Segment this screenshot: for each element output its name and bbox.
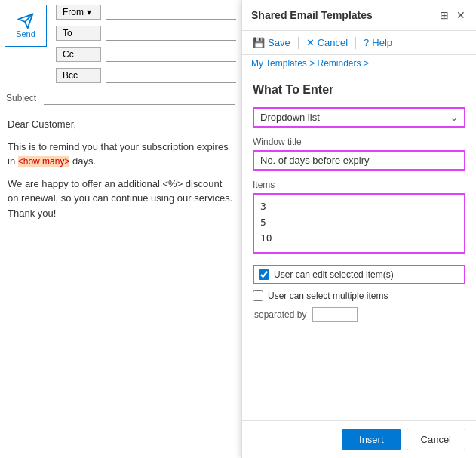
cancel-toolbar-button[interactable]: ✕ Cancel xyxy=(303,35,351,50)
email-header-section: Send From ▾ To Cc xyxy=(0,0,241,88)
body-greeting-text: Dear Customer, xyxy=(8,118,76,130)
email-fields: From ▾ To Cc Bcc xyxy=(51,0,241,88)
panel-toolbar: 💾 Save ✕ Cancel ? Help xyxy=(242,31,476,55)
checkbox1-row: User can edit selected item(s) xyxy=(253,265,465,284)
pin-icon: ⊞ xyxy=(440,9,449,21)
to-input[interactable] xyxy=(106,26,236,41)
templates-panel: Shared Email Templates ⊞ ✕ 💾 Save ✕ Canc… xyxy=(241,0,476,458)
bcc-input[interactable] xyxy=(106,68,236,83)
from-arrow: ▾ xyxy=(87,7,91,17)
cancel-icon: ✕ xyxy=(306,37,315,48)
body-paragraph1: This is to remind you that your subscrip… xyxy=(8,140,233,169)
checkbox1-label: User can edit selected item(s) xyxy=(274,269,394,280)
body-greeting: Dear Customer, xyxy=(8,117,233,132)
body-highlight-tag: <how many> xyxy=(18,156,70,167)
cc-row: Cc xyxy=(51,45,241,63)
panel-header: Shared Email Templates ⊞ ✕ xyxy=(242,0,476,31)
panel-footer: Insert Cancel xyxy=(242,420,476,458)
close-button[interactable]: ✕ xyxy=(455,8,467,23)
separator-label: separated by xyxy=(254,309,306,320)
send-button[interactable]: Send xyxy=(5,5,47,47)
to-button[interactable]: To xyxy=(56,26,101,41)
to-row: To xyxy=(51,24,241,42)
body-paragraph2: We are happy to offer an additional <%> … xyxy=(8,177,233,221)
to-label: To xyxy=(63,28,72,38)
save-button[interactable]: 💾 Save xyxy=(250,35,293,50)
subject-label: Subject xyxy=(6,93,44,103)
toolbar-separator-1 xyxy=(298,37,299,49)
save-icon: 💾 xyxy=(253,37,265,48)
breadcrumb-sep1: > xyxy=(309,58,317,69)
bcc-row: Bcc xyxy=(51,66,241,85)
panel-header-icons: ⊞ ✕ xyxy=(438,8,467,23)
help-button[interactable]: ? Help xyxy=(361,35,395,50)
from-label: From xyxy=(63,7,84,17)
window-title-input[interactable] xyxy=(253,150,465,171)
cancel-button[interactable]: Cancel xyxy=(407,429,465,450)
cc-input[interactable] xyxy=(106,47,236,62)
from-button[interactable]: From ▾ xyxy=(56,5,101,20)
dialog-title: What To Enter xyxy=(253,83,465,97)
cc-label: Cc xyxy=(63,49,74,60)
breadcrumb-sep2: > xyxy=(364,58,369,69)
cc-button[interactable]: Cc xyxy=(56,47,101,62)
toolbar-separator-2 xyxy=(355,37,356,49)
items-textarea[interactable]: 3 5 10 xyxy=(253,193,465,254)
save-label: Save xyxy=(268,37,290,48)
send-label: Send xyxy=(16,29,35,38)
items-label: Items xyxy=(253,180,465,190)
bcc-label: Bcc xyxy=(63,70,78,81)
subject-row: Subject xyxy=(0,88,241,108)
breadcrumb-part1[interactable]: My Templates xyxy=(251,58,307,69)
checkbox2-input[interactable] xyxy=(253,290,263,301)
type-form-group: Dropdown list ⌄ xyxy=(253,107,465,128)
checkbox2-label: User can select multiple items xyxy=(268,290,388,301)
cancel-toolbar-label: Cancel xyxy=(318,37,348,48)
pin-button[interactable]: ⊞ xyxy=(438,8,450,23)
help-label: Help xyxy=(372,37,392,48)
breadcrumb: My Templates > Reminders > xyxy=(242,55,476,72)
breadcrumb-part2[interactable]: Reminders xyxy=(318,58,361,69)
checkbox2-row: User can select multiple items xyxy=(253,290,465,301)
separator-input[interactable] xyxy=(312,307,358,322)
separator-row: separated by xyxy=(253,307,465,322)
email-compose-panel: Send From ▾ To Cc xyxy=(0,0,241,458)
from-input[interactable] xyxy=(106,5,236,20)
bcc-button[interactable]: Bcc xyxy=(56,68,101,83)
chevron-down-icon[interactable]: ⌄ xyxy=(450,112,458,123)
type-dropdown[interactable]: Dropdown list ⌄ xyxy=(253,107,465,128)
window-title-form-group: Window title xyxy=(253,137,465,171)
items-form-group: Items 3 5 10 xyxy=(253,180,465,256)
checkbox1-input[interactable] xyxy=(259,269,269,280)
panel-title: Shared Email Templates xyxy=(251,9,373,21)
help-icon: ? xyxy=(364,37,369,48)
from-row: From ▾ xyxy=(51,3,241,21)
subject-input[interactable] xyxy=(44,91,235,105)
insert-button[interactable]: Insert xyxy=(342,429,401,450)
email-body: Dear Customer, This is to remind you tha… xyxy=(0,108,241,458)
body-text-after: days. xyxy=(72,155,96,167)
close-icon: ✕ xyxy=(456,9,465,21)
window-title-label: Window title xyxy=(253,137,465,147)
panel-content: What To Enter Dropdown list ⌄ Window tit… xyxy=(242,72,476,420)
dropdown-value: Dropdown list xyxy=(260,112,450,123)
